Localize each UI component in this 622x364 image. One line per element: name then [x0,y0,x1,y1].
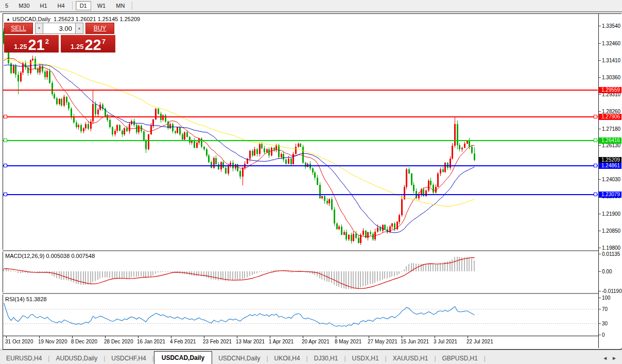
date-axis-label: 22 Jul 2021 [466,339,493,344]
price-axis-tick: 1.30360 [599,75,621,80]
sell-price-base: 1.25 [14,43,27,50]
date-axis-label: 23 Feb 2021 [203,339,232,344]
tab-scroll-right-icon[interactable]: ► [612,355,617,361]
buy-price-base: 1.25 [71,43,83,50]
volume-decrease-button[interactable]: ▼ [35,23,43,34]
sell-price-pips: 21 [28,38,44,51]
trading-terminal-window: 5M30H1H4D1W1MN ▲USDCAD,Daily 1.25623 1.2… [0,0,622,364]
rsi-axis-tick: 0 [599,332,621,338]
chart-ohlc-values: 1.25623 1.26021 1.25145 1.25209 [54,16,140,22]
buy-price-display[interactable]: 1.25 22 7 [61,35,115,53]
timeframe-button-mn[interactable]: MN [112,1,129,10]
tab-eurusd[interactable]: EURUSD,H4 [0,353,48,364]
tab-ukoil[interactable]: UKOil,H4 [268,353,306,364]
date-axis-label: 20 Apr 2021 [302,339,330,344]
date-axis-label: 8 Dec 2020 [71,339,97,344]
date-axis-separator [3,336,621,336]
date-axis-label: 31 Oct 2020 [5,339,33,344]
buy-price-pips: 22 [84,38,101,51]
tab-usdcad[interactable]: USDCAD,Daily [154,351,212,364]
price-axis-tick: 1.21900 [599,211,621,217]
tab-usdcnh[interactable]: USDCNH,Daily [212,353,266,364]
buy-price-point: 7 [102,38,106,45]
date-axis-label: 15 Jun 2021 [401,339,429,344]
toolbar-separator [132,2,132,10]
sell-price-point: 2 [45,38,49,45]
price-axis-tick: 1.19800 [599,245,621,251]
symbol-tab-bar: EURUSD,H4|AUDUSD,Daily|USDCHF,H4|USDCAD,… [0,350,622,364]
price-axis-tick: 1.27180 [599,126,621,132]
date-axis-label: 4 Feb 2021 [170,339,196,344]
level-price-badge: 1.24861 [599,163,621,169]
date-axis-label: 19 Nov 2020 [38,339,67,344]
macd-axis-tick: 0.01135 [599,251,621,257]
price-axis-tick: 1.33540 [599,23,621,29]
level-price-badge: 1.27906 [599,114,621,120]
rsi-axis-tick: 70 [599,306,621,312]
price-axis: 1.335401.324601.314101.303601.293101.282… [599,14,621,348]
level-price-badge: 1.29559 [599,87,621,93]
date-axis: 31 Oct 202019 Nov 20208 Dec 202028 Dec 2… [3,339,598,348]
sell-button[interactable]: SELL [4,23,33,34]
price-chart-canvas[interactable] [3,14,598,339]
volume-input[interactable] [43,23,75,34]
timeframe-button-w1[interactable]: W1 [93,1,110,10]
panel-splitter-rsi[interactable] [3,292,621,294]
level-price-badge: 1.23079 [599,192,621,198]
timeframe-button-5[interactable]: 5 [1,1,12,10]
chart-symbol-label: USDCAD,Daily [12,16,50,22]
macd-axis-tick: 0.00 [599,269,621,274]
date-axis-label: 3 Jul 2021 [434,339,457,344]
date-axis-label: 1 Apr 2021 [269,339,293,344]
timeframe-toolbar: 5M30H1H4D1W1MN [0,0,622,12]
timeframe-button-h4[interactable]: H4 [54,1,69,10]
sell-price-display[interactable]: 1.25 21 2 [4,35,59,53]
rsi-indicator-label: RSI(14) 51.3828 [5,296,47,302]
timeframe-button-m30[interactable]: M30 [14,1,33,10]
date-axis-label: 8 May 2021 [335,339,361,344]
tab-dj30[interactable]: DJ30,H1 [308,353,344,364]
date-axis-label: 28 Dec 2020 [104,339,133,344]
tab-xauusd[interactable]: XAUUSD,H1 [387,353,435,364]
tab-gbpusd[interactable]: GBPUSD,H1 [436,353,484,364]
price-axis-tick: 1.32460 [599,41,621,46]
price-axis-tick: 1.20850 [599,228,621,234]
date-axis-label: 13 Mar 2021 [236,339,265,344]
buy-button[interactable]: BUY [85,23,114,34]
rsi-axis-tick: 30 [599,321,621,326]
macd-indicator-label: MACD(12,26,9) 0.005038 0.007548 [5,253,95,259]
tab-usdchf[interactable]: USDCHF,H4 [105,353,152,364]
tab-scroll-left-icon[interactable]: ◄ [602,355,608,361]
tab-audusd[interactable]: AUDUSD,Daily [49,353,103,364]
price-axis-tick: 1.24030 [599,177,621,182]
rsi-axis-tick: 100 [599,295,621,301]
one-click-trading-panel: SELL ▼ ▲ BUY 1.25 21 2 1.25 22 7 [4,23,119,53]
date-axis-label: 27 May 2021 [368,339,398,344]
macd-axis-tick: -0.01190 [599,288,621,294]
price-axis-tick: 1.31410 [599,58,621,63]
chart-ohlc-header: ▲USDCAD,Daily 1.25623 1.26021 1.25145 1.… [6,16,140,22]
volume-increase-button[interactable]: ▲ [75,23,83,34]
toolbar-separator [72,2,73,10]
timeframe-button-d1[interactable]: D1 [76,1,91,10]
tab-separator: | [484,355,486,364]
panel-splitter-macd[interactable] [3,250,621,252]
timeframe-button-h1[interactable]: H1 [36,1,51,10]
collapse-triangle-icon[interactable]: ▲ [6,17,10,22]
level-price-badge: 1.26416 [599,137,621,144]
tab-usdx[interactable]: USDX,H1 [346,353,385,364]
date-axis-label: 16 Jan 2021 [137,339,165,344]
